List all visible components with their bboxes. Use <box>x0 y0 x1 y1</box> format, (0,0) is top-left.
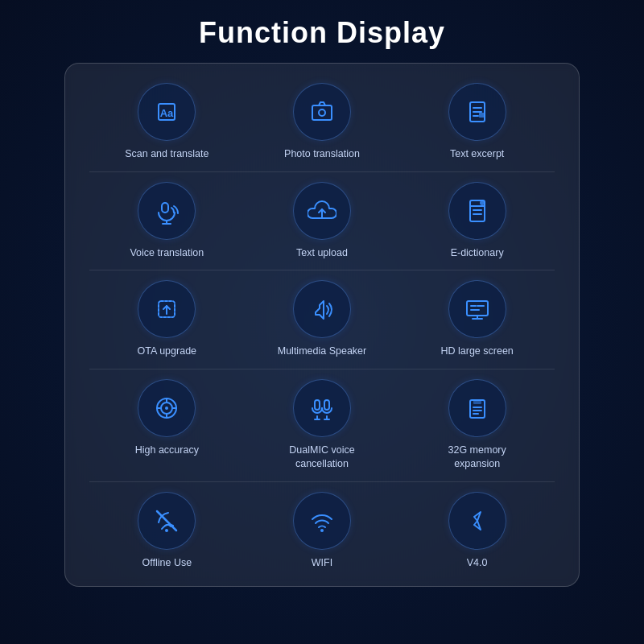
icon-label-scan: Scan and translate <box>125 147 208 162</box>
svg-point-3 <box>319 109 325 116</box>
svg-rect-20 <box>467 301 488 316</box>
page-title: Function Display <box>199 16 445 50</box>
icon-circle-upload <box>293 182 351 240</box>
svg-point-46 <box>320 529 324 532</box>
icon-item-accuracy[interactable]: High accuracy <box>118 379 215 458</box>
icon-circle-dictionary <box>448 182 506 240</box>
icon-item-dictionary[interactable]: E-dictionary <box>429 182 526 261</box>
icon-item-dualmic[interactable]: DualMIC voice cancellation <box>274 379 370 472</box>
icon-label-memory: 32G memory expansion <box>429 444 526 472</box>
icon-item-offline[interactable]: Offline Use <box>118 492 215 571</box>
icon-circle-ota <box>138 280 196 338</box>
icon-item-ota[interactable]: OTA upgrade <box>118 280 215 359</box>
icon-circle-memory <box>448 379 506 437</box>
icon-circle-photo <box>293 83 351 141</box>
icon-item-bluetooth[interactable]: V4.0 <box>429 492 526 571</box>
icon-label-text-excerpt: Text excerpt <box>450 147 504 162</box>
icon-item-memory[interactable]: 32G memory expansion <box>429 379 526 472</box>
icon-row-2: OTA upgrade Multimedia Speaker HD large … <box>89 280 555 359</box>
icon-item-upload[interactable]: Text upload <box>274 182 370 261</box>
icon-circle-bluetooth <box>448 492 506 550</box>
svg-point-17 <box>480 200 485 205</box>
icon-item-scan[interactable]: Aa Scan and translate <box>118 83 215 162</box>
function-card: Aa Scan and translate Photo translation … <box>64 63 580 587</box>
icon-item-wifi[interactable]: WIFI <box>274 492 370 571</box>
divider-1 <box>89 270 555 270</box>
icon-row-1: Voice translation Text upload E-dictiona… <box>89 182 555 261</box>
icon-circle-text-excerpt <box>448 83 506 141</box>
icon-label-voice: Voice translation <box>130 246 204 261</box>
icon-circle-offline <box>138 492 196 550</box>
icon-item-text-excerpt[interactable]: Text excerpt <box>429 83 526 162</box>
svg-text:Aa: Aa <box>160 107 174 119</box>
svg-rect-40 <box>473 400 481 404</box>
icon-row-0: Aa Scan and translate Photo translation … <box>89 83 555 162</box>
svg-line-44 <box>157 511 176 530</box>
icon-label-dictionary: E-dictionary <box>451 246 504 261</box>
svg-point-32 <box>165 407 168 410</box>
svg-rect-2 <box>312 105 332 120</box>
svg-rect-9 <box>162 203 168 213</box>
icon-label-photo: Photo translation <box>284 147 360 162</box>
icon-circle-screen <box>448 280 506 338</box>
svg-rect-34 <box>324 400 329 410</box>
icon-label-ota: OTA upgrade <box>138 345 196 359</box>
icon-label-offline: Offline Use <box>142 556 192 571</box>
icon-label-wifi: WIFI <box>312 556 332 571</box>
icon-row-4: Offline Use WIFI V4.0 <box>89 492 555 571</box>
icon-label-dualmic: DualMIC voice cancellation <box>274 444 370 472</box>
icon-label-accuracy: High accuracy <box>135 444 199 458</box>
svg-point-45 <box>165 529 168 532</box>
icon-circle-dualmic <box>293 379 351 437</box>
icon-circle-accuracy <box>138 379 196 437</box>
icon-label-upload: Text upload <box>296 246 348 261</box>
divider-2 <box>89 369 555 369</box>
svg-rect-8 <box>479 113 485 118</box>
icon-circle-wifi <box>293 492 351 550</box>
icon-circle-speaker <box>293 280 351 338</box>
icon-label-speaker: Multimedia Speaker <box>278 345 366 359</box>
svg-rect-33 <box>315 400 320 410</box>
divider-0 <box>89 171 555 172</box>
icon-item-voice[interactable]: Voice translation <box>118 182 215 261</box>
icon-item-photo[interactable]: Photo translation <box>274 83 370 162</box>
icon-row-3: High accuracy DualMIC voice cancellation… <box>89 379 555 472</box>
icon-label-bluetooth: V4.0 <box>467 556 488 571</box>
icon-circle-voice <box>138 182 196 240</box>
icon-item-speaker[interactable]: Multimedia Speaker <box>274 280 370 359</box>
icon-circle-scan: Aa <box>138 83 196 141</box>
icon-item-screen[interactable]: HD large screen <box>429 280 526 359</box>
divider-3 <box>89 481 555 482</box>
icon-label-screen: HD large screen <box>440 345 513 359</box>
